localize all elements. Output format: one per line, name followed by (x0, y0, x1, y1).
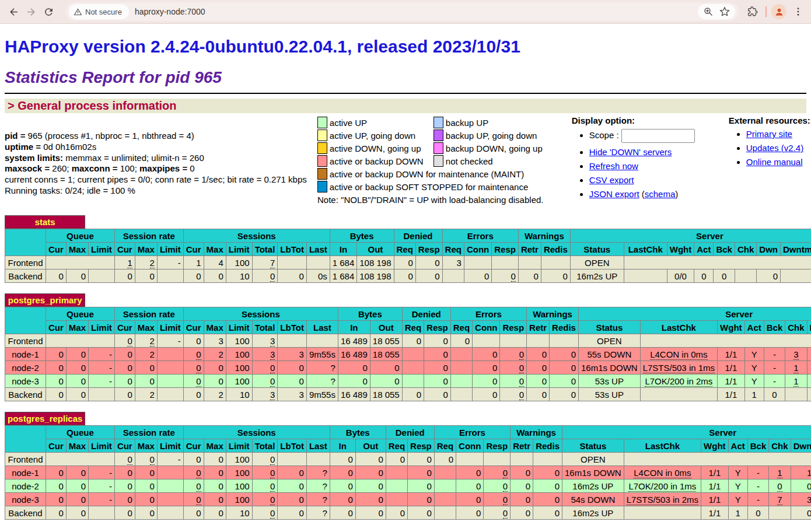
lbtot-cell (278, 256, 307, 270)
bytes-in-cell: 16 489 (338, 388, 370, 401)
bytes-out-cell: 108 198 (357, 270, 394, 283)
col-header-act: Act (694, 243, 714, 256)
warnings-redis-cell: 0 (533, 493, 562, 506)
row-name: node-1 (5, 466, 46, 480)
back-button[interactable] (5, 3, 22, 20)
schema-link[interactable]: schema (645, 189, 676, 199)
sess-limit-cell: 100 (226, 256, 252, 270)
status-cell: OPEN (562, 453, 624, 466)
tooltip-value: 0 (511, 271, 516, 282)
lbtot-cell: 0 (278, 374, 307, 388)
rate-cur-cell: 0 (114, 453, 135, 466)
row-name: node-2 (5, 480, 46, 493)
queue-cur-cell: 0 (46, 480, 67, 493)
profile-button[interactable] (771, 4, 786, 19)
errors-req-cell (434, 506, 456, 520)
col-header-sess-total: Total (252, 243, 278, 256)
display-option-item: Refresh now (589, 161, 695, 171)
bck-cell: - (747, 493, 769, 506)
rate-cur-cell: 0 (114, 348, 135, 361)
external-resource-link-1[interactable]: Updates (v2.4) (746, 143, 803, 153)
extensions-button[interactable] (744, 4, 761, 20)
legend-color-swatch (434, 117, 443, 128)
group-header: Denied (402, 307, 450, 321)
bck-cell: - (747, 480, 769, 493)
zoom-button[interactable] (700, 4, 716, 20)
queue-max-cell: 0 (66, 506, 88, 520)
address-bar[interactable]: Not secure haproxy-node:7000 (65, 2, 739, 21)
rate-max-cell: 0 (135, 480, 157, 493)
tooltip-value: 7 (270, 258, 275, 268)
display-option-link-1[interactable]: Refresh now (589, 161, 638, 171)
queue-max-cell: 0 (66, 388, 88, 401)
group-header: Bytes (338, 307, 402, 321)
security-chip[interactable]: Not secure (69, 4, 129, 19)
tooltip-value: 0 (519, 349, 524, 360)
json-export-link[interactable]: JSON export (589, 189, 639, 199)
errors-resp-cell: 0 (484, 480, 511, 493)
sess-total-cell: 0 (252, 270, 278, 283)
group-header: Bytes (330, 229, 394, 243)
chk-cell (769, 506, 791, 520)
proxy-name-link[interactable]: postgres_replicas (8, 414, 82, 424)
display-option-item: Hide 'DOWN' servers (589, 147, 695, 157)
last-cell: 0s (306, 270, 330, 283)
col-header-warnings-redis: Redis (541, 243, 570, 256)
divider (5, 93, 806, 94)
chk-cell: 1 (785, 361, 807, 374)
tooltip-value: 0 (196, 481, 201, 492)
sess-total-cell: 3 (252, 388, 278, 401)
denied-resp-cell: 0 (424, 348, 451, 361)
proxy-name-link[interactable]: postgres_primary (8, 295, 82, 305)
menu-button[interactable] (790, 4, 806, 20)
rate-cur-cell: 0 (114, 388, 135, 401)
denied-resp-cell: 0 (408, 453, 435, 466)
row-name: node-3 (5, 493, 46, 506)
warnings-retr-cell: 0 (527, 374, 550, 388)
legend-color-swatch (317, 155, 327, 167)
bck-cell: - (764, 348, 785, 361)
tooltip-value: 7 (777, 495, 782, 505)
warnings-redis-cell (550, 334, 579, 348)
denied-resp-cell: 0 (415, 270, 442, 283)
col-header-rate-cur: Cur (114, 321, 135, 334)
queue-cur-cell: 0 (46, 493, 67, 506)
queue-max-cell: 0 (66, 374, 88, 388)
col-header-dwn: Dwn (757, 243, 781, 256)
chk-cell: 7 (769, 493, 791, 506)
col-header-status: Status (562, 439, 624, 453)
row-name: Backend (5, 506, 46, 520)
display-option-link-2[interactable]: CSV export (589, 175, 634, 185)
forward-button[interactable] (22, 3, 40, 20)
group-header: Sessions (183, 229, 330, 243)
scope-input[interactable] (621, 129, 695, 143)
last-cell (306, 334, 338, 348)
proxy-name-link[interactable]: stats (35, 217, 55, 227)
url-text[interactable]: haproxy-node:7000 (135, 7, 698, 16)
legend-label: active or backup SOFT STOPPED for mainte… (328, 181, 544, 192)
rate-limit-cell: - (157, 256, 183, 270)
display-option-link-0[interactable]: Hide 'DOWN' servers (589, 147, 672, 157)
warnings-retr-cell: 0 (527, 388, 550, 401)
wght-cell: 1/1 (701, 480, 728, 493)
bookmark-button[interactable] (716, 4, 733, 20)
reload-button[interactable] (40, 3, 57, 20)
external-resource-link-2[interactable]: Online manual (746, 157, 803, 167)
sess-limit-cell: 100 (226, 453, 252, 466)
external-resource-link-0[interactable]: Primary site (746, 129, 792, 139)
queue-limit-cell (89, 506, 115, 520)
errors-req-cell: 3 (442, 256, 464, 270)
bck-cell: - (764, 374, 785, 388)
haproxy-home-link[interactable]: HAProxy version 2.4.24-0ubuntu0.22.04.1,… (5, 37, 520, 56)
table-row-node-3: node-300-000010000?000000054s DOWNL7STS/… (5, 493, 811, 506)
col-header-errors-resp: Resp (484, 439, 511, 453)
col-header-queue-cur: Cur (46, 321, 67, 334)
sess-max-cell: 0 (204, 270, 226, 283)
rate-cur-cell: 0 (114, 506, 135, 520)
col-header-lastchk: LastChk (624, 243, 667, 256)
lbtot-cell: 0 (278, 493, 307, 506)
rate-cur-cell: 0 (114, 466, 135, 480)
col-header-queue-cur: Cur (46, 439, 67, 453)
rate-max-cell: 0 (135, 466, 157, 480)
proxy-name-tab: stats (5, 216, 85, 229)
